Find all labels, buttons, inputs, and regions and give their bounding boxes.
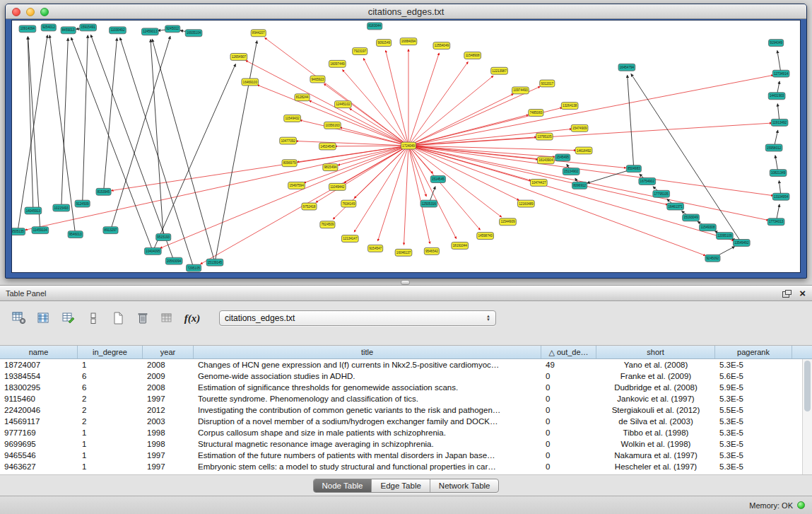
graph-node[interactable]: 13549492: [733, 240, 750, 247]
graph-node[interactable]: 11544909: [500, 218, 517, 226]
table-row[interactable]: 946362711997Embryonic stem cells: a mode…: [0, 461, 812, 472]
graph-node[interactable]: 7923197: [353, 48, 367, 55]
graph-node[interactable]: 9312017: [540, 80, 555, 87]
graph-node[interactable]: 9154547: [368, 245, 383, 252]
table-scrollbar[interactable]: [802, 359, 812, 474]
graph-node[interactable]: 14618492: [575, 147, 592, 154]
graph-node[interactable]: 11549308: [700, 224, 717, 231]
graph-node[interactable]: 9245092: [705, 255, 720, 262]
column-header[interactable]: name: [0, 346, 78, 358]
graph-node[interactable]: 1545495: [555, 154, 570, 161]
graph-node[interactable]: 16454794: [618, 64, 635, 71]
graph-node[interactable]: 11030492: [110, 27, 126, 34]
float-panel-icon[interactable]: [782, 290, 792, 298]
table-row[interactable]: 1872400712008Changes of HCN gene express…: [0, 359, 812, 370]
table-row[interactable]: 1938455462009Genome-wide association stu…: [0, 370, 812, 382]
graph-node[interactable]: 12134147: [341, 235, 358, 243]
graph-node[interactable]: 9124509: [75, 200, 90, 207]
graph-node[interactable]: 9546542: [424, 247, 439, 255]
graph-node[interactable]: 10215493: [53, 204, 70, 211]
graph-node[interactable]: 8459013: [61, 27, 76, 34]
graph-node[interactable]: 16935104: [185, 30, 202, 37]
graph-node[interactable]: 15958012: [765, 144, 782, 151]
graph-node[interactable]: 17795105: [653, 190, 670, 197]
graph-node[interactable]: 7624509: [320, 221, 335, 228]
graph-node[interactable]: 8128244: [295, 94, 310, 101]
graph-node[interactable]: 11913492: [771, 119, 788, 126]
graph-node[interactable]: 12505316: [420, 200, 437, 207]
table-row[interactable]: 911546021997Tourette syndrome. Phenomeno…: [0, 393, 812, 404]
tab-network-table[interactable]: Network Table: [430, 479, 499, 492]
table-row[interactable]: 1830029562008Estimation of significance …: [0, 382, 812, 393]
graph-node[interactable]: 9254012: [41, 24, 56, 31]
tab-node-table[interactable]: Node Table: [314, 479, 372, 492]
graph-node[interactable]: 12734914: [772, 70, 789, 77]
minimize-window-button[interactable]: [26, 8, 35, 16]
column-header[interactable]: title: [194, 346, 541, 358]
graph-node[interactable]: 8913297: [103, 227, 118, 234]
column-header[interactable]: in_degree: [78, 346, 143, 358]
graph-node[interactable]: 10821349: [770, 170, 787, 177]
citation-graph[interactable]: 1724049168840941255404911548908122139871…: [12, 21, 800, 272]
graph-node[interactable]: 10404095: [144, 247, 161, 255]
graph-node[interactable]: 16754902: [639, 178, 656, 185]
graph-node[interactable]: 7634149: [341, 200, 356, 207]
graph-node[interactable]: 12459013: [141, 28, 158, 35]
graph-node[interactable]: 20563094: [165, 257, 182, 264]
column-header[interactable]: pagerank: [715, 346, 792, 358]
graph-node[interactable]: 13264138: [561, 103, 578, 110]
graph-node[interactable]: 12445102: [334, 101, 351, 108]
graph-node[interactable]: 8096912: [572, 182, 587, 189]
delete-column-icon[interactable]: [135, 310, 151, 326]
graph-node[interactable]: 14598743: [477, 233, 494, 240]
network-canvas[interactable]: 1724049168840941255404911548908122139871…: [11, 20, 801, 273]
graph-node[interactable]: 11049442: [329, 183, 346, 190]
panel-resize-handle[interactable]: [401, 280, 410, 285]
table-scrollbar-thumb[interactable]: [804, 361, 811, 411]
graph-node[interactable]: 14431903: [768, 93, 785, 100]
graph-node[interactable]: 12554049: [433, 42, 450, 49]
function-builder-icon[interactable]: f(x): [184, 310, 200, 326]
table-row[interactable]: 1456911722003Disruption of a novel membe…: [0, 416, 812, 427]
table-row[interactable]: 2242004622012Investigating the contribut…: [0, 404, 812, 416]
graph-node[interactable]: 10356163: [324, 122, 341, 129]
table-row[interactable]: 946554611997Estimation of the future num…: [0, 450, 812, 461]
table-row[interactable]: 969969511998Structural magnetic resonanc…: [0, 438, 812, 450]
close-panel-icon[interactable]: ×: [799, 288, 806, 298]
graph-node[interactable]: 15193049: [683, 214, 700, 221]
graph-node[interactable]: 16046137: [395, 249, 412, 256]
graph-node[interactable]: 12213987: [491, 67, 508, 74]
graph-node[interactable]: 9465923: [310, 76, 325, 83]
column-header[interactable]: △ out_de…: [541, 346, 596, 358]
row-tools-icon[interactable]: [86, 310, 101, 326]
graph-node[interactable]: 16461371: [667, 203, 684, 210]
graph-node[interactable]: 12160489: [518, 200, 535, 207]
graph-node[interactable]: 15139145: [206, 259, 223, 266]
graph-node[interactable]: 8944207: [251, 30, 266, 37]
graph-node[interactable]: 17734013: [767, 218, 784, 226]
graph-node[interactable]: 16097449: [329, 60, 346, 67]
zoom-window-button[interactable]: [40, 8, 49, 16]
table-select-dropdown[interactable]: citations_edges.txt ▲▼: [219, 310, 496, 326]
graph-node[interactable]: 16469100: [242, 78, 259, 86]
graph-node[interactable]: 14534545: [319, 143, 336, 150]
import-table-icon[interactable]: [160, 310, 175, 326]
graph-node[interactable]: 10974493: [512, 87, 529, 94]
graph-node[interactable]: 9091549: [377, 40, 392, 47]
graph-node[interactable]: 12654907: [230, 53, 247, 60]
graph-node[interactable]: 8096979: [282, 160, 297, 167]
graph-node[interactable]: 13104954: [772, 193, 789, 200]
graph-node[interactable]: 13795105: [536, 133, 553, 140]
graph-node[interactable]: 11548908: [464, 52, 481, 59]
graph-node[interactable]: 11549432: [284, 115, 301, 122]
graph-node[interactable]: 1724049: [401, 142, 416, 149]
graph-node[interactable]: 9194049: [769, 40, 784, 47]
graph-node[interactable]: 15474909: [571, 124, 588, 132]
graph-node[interactable]: 9815494: [323, 164, 338, 171]
graph-node[interactable]: 9505135: [12, 228, 25, 235]
graph-node[interactable]: 16143904: [537, 157, 554, 164]
graph-node[interactable]: 15497594: [288, 182, 305, 189]
graph-node[interactable]: 14045913: [25, 207, 42, 214]
graph-node[interactable]: 11459104: [32, 227, 49, 234]
column-header[interactable]: short: [596, 346, 715, 358]
